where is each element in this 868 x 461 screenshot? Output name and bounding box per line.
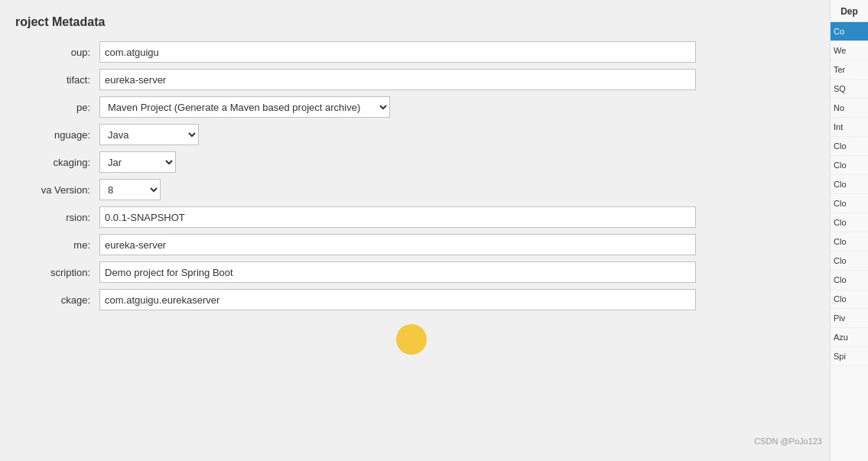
- bottom-section: [15, 324, 807, 355]
- form-row-package: ckage:: [15, 289, 807, 310]
- yellow-circle-icon: [396, 324, 427, 355]
- select-packaging[interactable]: Jar War: [99, 151, 176, 173]
- main-content: roject Metadata oup: tifact: pe: Maven P…: [0, 0, 830, 461]
- select-language[interactable]: Java Kotlin Groovy: [99, 124, 199, 145]
- form-grid: oup: tifact: pe: Maven Project (Generate…: [15, 41, 807, 317]
- input-description[interactable]: [99, 261, 696, 283]
- sidebar-item-12[interactable]: Clo: [831, 252, 868, 271]
- input-group[interactable]: [99, 41, 696, 63]
- sidebar-item-1[interactable]: We: [831, 41, 868, 60]
- section-title: roject Metadata: [15, 15, 807, 29]
- input-artifact[interactable]: [99, 69, 696, 90]
- sidebar-item-16[interactable]: Azu: [831, 328, 868, 347]
- watermark: CSDN @PoJo123: [754, 437, 822, 446]
- form-row-artifact: tifact:: [15, 69, 807, 90]
- sidebar-item-15[interactable]: Piv: [831, 309, 868, 328]
- input-name[interactable]: [99, 234, 696, 255]
- form-row-java-version: va Version: 8 11 17: [15, 179, 807, 200]
- form-row-description: scription:: [15, 261, 807, 283]
- sidebar-item-8[interactable]: Clo: [831, 175, 868, 194]
- sidebar-item-13[interactable]: Clo: [831, 271, 868, 290]
- form-row-name: me:: [15, 234, 807, 255]
- form-row-group: oup:: [15, 41, 807, 63]
- sidebar-item-6[interactable]: Clo: [831, 137, 868, 156]
- sidebar-item-17[interactable]: Spi: [831, 347, 868, 366]
- label-name: me:: [15, 239, 99, 251]
- select-type[interactable]: Maven Project (Generate a Maven based pr…: [99, 96, 390, 118]
- input-version[interactable]: [99, 206, 696, 228]
- input-package[interactable]: [99, 289, 696, 310]
- label-language: nguage:: [15, 129, 99, 141]
- label-version: rsion:: [15, 212, 99, 223]
- label-artifact: tifact:: [15, 74, 99, 86]
- sidebar-item-14[interactable]: Clo: [831, 290, 868, 309]
- label-description: scription:: [15, 267, 99, 278]
- sidebar-item-5[interactable]: Int: [831, 118, 868, 137]
- sidebar-item-4[interactable]: No: [831, 99, 868, 118]
- sidebar-item-10[interactable]: Clo: [831, 213, 868, 232]
- label-java-version: va Version:: [15, 184, 99, 196]
- label-type: pe:: [15, 102, 99, 113]
- sidebar-item-3[interactable]: SQ: [831, 80, 868, 99]
- sidebar-right-header: Dep: [831, 0, 868, 22]
- sidebar-right: Dep Co We Ter SQ No Int Clo Clo Clo Clo …: [830, 0, 868, 461]
- select-java-version[interactable]: 8 11 17: [99, 179, 161, 200]
- sidebar-item-7[interactable]: Clo: [831, 156, 868, 175]
- sidebar-item-2[interactable]: Ter: [831, 60, 868, 80]
- form-row-type: pe: Maven Project (Generate a Maven base…: [15, 96, 807, 118]
- sidebar-item-9[interactable]: Clo: [831, 194, 868, 213]
- sidebar-item-11[interactable]: Clo: [831, 232, 868, 252]
- label-group: oup:: [15, 47, 99, 58]
- form-row-version: rsion:: [15, 206, 807, 228]
- form-row-packaging: ckaging: Jar War: [15, 151, 807, 173]
- form-row-language: nguage: Java Kotlin Groovy: [15, 124, 807, 145]
- label-packaging: ckaging:: [15, 157, 99, 168]
- label-package: ckage:: [15, 294, 99, 306]
- sidebar-item-0[interactable]: Co: [831, 22, 868, 41]
